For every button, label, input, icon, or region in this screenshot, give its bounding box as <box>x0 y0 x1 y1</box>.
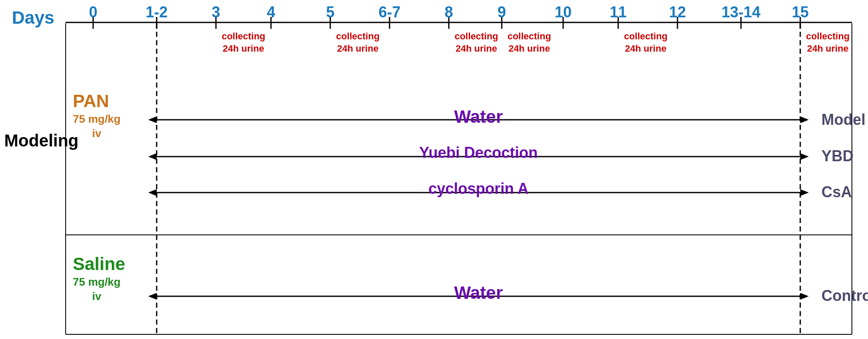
day-6-7: 6-7 <box>379 3 401 21</box>
pan-dose: 75 mg/kgiv <box>73 112 121 141</box>
day-10: 10 <box>555 3 572 21</box>
day-0: 0 <box>89 3 97 21</box>
collect-label-5: collecting24h urine <box>618 30 673 55</box>
day-8: 8 <box>445 3 453 21</box>
diagram-svg <box>0 0 868 339</box>
collect-label-2: collecting24h urine <box>330 30 385 55</box>
days-label: Days <box>12 8 54 28</box>
day-9: 9 <box>498 3 506 21</box>
saline-label: Saline <box>73 254 125 274</box>
treatment-water-control: Water <box>454 283 503 303</box>
day-13-14: 13-14 <box>721 3 760 21</box>
svg-marker-21 <box>800 116 809 123</box>
group-control: Control <box>821 287 868 305</box>
group-csa: CsA <box>821 183 852 201</box>
day-4: 4 <box>267 3 275 21</box>
group-ybd: YBD <box>821 147 854 165</box>
diagram: Days 0 1-2 3 4 5 6-7 8 9 10 11 12 13-14 … <box>0 0 868 339</box>
svg-marker-30 <box>800 293 809 300</box>
day-11: 11 <box>610 3 627 21</box>
svg-marker-31 <box>148 293 157 300</box>
collect-label-4: collecting24h urine <box>502 30 557 55</box>
collect-label-6: collecting24h urine <box>800 30 855 55</box>
day-5: 5 <box>326 3 334 21</box>
svg-marker-28 <box>148 189 157 196</box>
svg-marker-25 <box>148 153 157 160</box>
day-15: 15 <box>792 3 809 21</box>
svg-marker-24 <box>800 153 809 160</box>
day-3: 3 <box>212 3 220 21</box>
treatment-ybd: Yuebi Decoction <box>419 144 538 162</box>
collect-label-1: collecting24h urine <box>216 30 271 55</box>
modeling-label: Modeling <box>4 131 79 150</box>
day-12: 12 <box>669 3 686 21</box>
svg-marker-22 <box>148 116 157 123</box>
collect-label-3: collecting24h urine <box>449 30 504 55</box>
svg-marker-27 <box>800 189 809 196</box>
saline-dose: 75 mg/kgiv <box>73 275 121 304</box>
group-model: Model <box>821 111 865 129</box>
treatment-water-model: Water <box>454 107 503 127</box>
treatment-csa: cyclosporin A <box>428 180 529 198</box>
pan-label: PAN <box>73 91 109 111</box>
day-1-2: 1-2 <box>146 3 168 21</box>
